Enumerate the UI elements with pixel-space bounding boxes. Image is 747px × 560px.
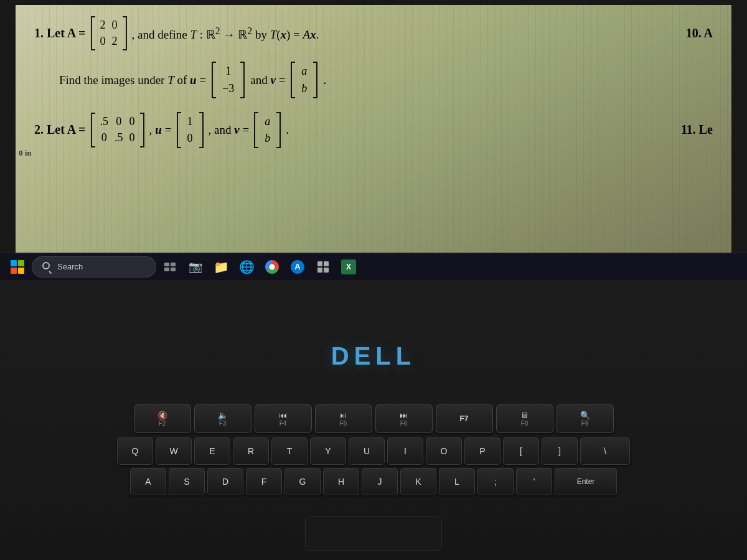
f3-label: F3 xyxy=(219,420,227,427)
taskview-button[interactable] xyxy=(158,255,182,279)
f5-key[interactable]: ⏯ F5 xyxy=(315,404,372,433)
f9-icon: 🔍 xyxy=(580,411,590,420)
f5-icon: ⏯ xyxy=(339,411,347,420)
key-d[interactable]: D xyxy=(207,468,243,495)
f6-label: F6 xyxy=(400,420,408,427)
key-a[interactable]: A xyxy=(130,468,166,495)
problem-2-label: 2. Let A = xyxy=(34,123,86,137)
f3-key[interactable]: 🔈 F3 xyxy=(194,404,251,433)
excel-icon: X xyxy=(341,259,356,274)
problem-1-label: 1. Let A = xyxy=(34,26,86,40)
f4-label: F4 xyxy=(280,420,287,427)
vector-u-p2: 1 0 xyxy=(177,112,204,148)
key-j[interactable]: J xyxy=(362,468,398,495)
accessibility-icon: A xyxy=(291,260,304,274)
problem-2: 2. Let A = .5 0 0 0 .5 0 , u xyxy=(34,112,713,148)
f7-key[interactable]: F7 xyxy=(436,404,493,433)
key-quote[interactable]: ' xyxy=(516,468,552,495)
f2-key[interactable]: 🔇 F2 xyxy=(134,404,191,433)
key-y[interactable]: Y xyxy=(310,437,346,465)
key-w[interactable]: W xyxy=(156,437,192,465)
problem-1-text: , and define T : ℝ2 → ℝ2 by T(x) = Ax. xyxy=(132,26,319,42)
key-f[interactable]: F xyxy=(246,468,282,495)
key-k[interactable]: K xyxy=(400,468,436,495)
key-i[interactable]: I xyxy=(387,437,423,465)
key-bracket-l[interactable]: [ xyxy=(503,437,539,465)
apps-button[interactable] xyxy=(311,255,335,279)
problem-2-side-number: 11. Le xyxy=(681,123,713,137)
taskbar: Search 📷 📁 🌐 A xyxy=(0,253,747,280)
file-explorer-button[interactable]: 📁 xyxy=(209,255,233,279)
ruler-label: 0 in xyxy=(19,148,32,158)
f4-key[interactable]: ⏮ F4 xyxy=(255,404,312,433)
key-q[interactable]: Q xyxy=(117,437,153,465)
camera-button[interactable]: 📷 xyxy=(184,255,207,279)
key-t[interactable]: T xyxy=(271,437,308,465)
key-s[interactable]: S xyxy=(169,468,205,495)
chrome-button[interactable] xyxy=(260,255,284,279)
f6-key[interactable]: ⏭ F6 xyxy=(375,404,433,433)
find-text: Find the images under T of u = xyxy=(59,73,206,87)
edge-icon: 🌐 xyxy=(239,259,255,274)
key-l[interactable]: L xyxy=(439,468,475,495)
f5-label: F5 xyxy=(340,420,347,427)
matrix-a-p2: .5 0 0 0 .5 0 xyxy=(91,113,144,147)
key-p[interactable]: P xyxy=(464,437,500,465)
and-text: and v = xyxy=(250,73,285,87)
key-g[interactable]: G xyxy=(284,468,321,495)
file-explorer-icon: 📁 xyxy=(214,259,229,274)
camera-icon: 📷 xyxy=(189,260,202,274)
p2-comma: , xyxy=(149,123,153,137)
windows-button[interactable] xyxy=(5,255,30,279)
key-bracket-r[interactable]: ] xyxy=(542,437,578,465)
search-icon xyxy=(42,262,52,272)
f3-icon: 🔈 xyxy=(218,411,228,420)
key-r[interactable]: R xyxy=(233,437,269,465)
key-semi[interactable]: ; xyxy=(477,468,514,495)
f9-label: F9 xyxy=(581,420,589,427)
main-key-row: Q W E R T Y U I O P [ ] \ xyxy=(37,437,710,465)
f8-key[interactable]: 🖥 F8 xyxy=(496,404,553,433)
windows-icon xyxy=(11,260,24,274)
edge-button[interactable]: 🌐 xyxy=(235,255,258,279)
vector-u: 1 −3 xyxy=(212,62,245,98)
problem-1: 1. Let A = 2 0 0 2 , and define T : ℝ2 →… xyxy=(34,16,713,50)
keyboard: 🔇 F2 🔈 F3 ⏮ F4 ⏯ F5 ⏭ F6 F7 xyxy=(37,404,710,495)
chrome-icon xyxy=(265,260,279,274)
bottom-key-row: A S D F G H J K L ; ' Enter xyxy=(37,468,710,495)
key-enter[interactable]: Enter xyxy=(555,468,617,495)
key-backslash[interactable]: \ xyxy=(580,437,630,465)
vector-v-p1: a b xyxy=(291,62,317,98)
key-o[interactable]: O xyxy=(426,437,462,465)
apps-icon xyxy=(317,261,329,273)
trackpad[interactable] xyxy=(305,516,442,551)
f8-icon: 🖥 xyxy=(520,411,529,420)
math-content: 1. Let A = 2 0 0 2 , and define T : ℝ2 →… xyxy=(16,5,731,159)
key-e[interactable]: E xyxy=(194,437,230,465)
f9-key[interactable]: 🔍 F9 xyxy=(557,404,614,433)
screen-outer: 1. Let A = 2 0 0 2 , and define T : ℝ2 →… xyxy=(0,0,747,261)
laptop-chassis: DELL 🔇 F2 🔈 F3 ⏮ F4 ⏯ F5 ⏭ F6 xyxy=(0,280,747,560)
vector-v-p2: a b xyxy=(254,112,281,148)
key-h[interactable]: H xyxy=(323,468,359,495)
matrix-a-p1: 2 0 0 2 xyxy=(91,16,127,50)
dell-logo: DELL xyxy=(331,342,416,370)
excel-button[interactable]: X xyxy=(337,255,360,279)
p2-u-label: u xyxy=(155,123,162,137)
key-u[interactable]: U xyxy=(349,437,385,465)
f2-label: F2 xyxy=(159,420,166,427)
problem-1-side-number: 10. A xyxy=(686,26,713,40)
f7-label: F7 xyxy=(459,414,468,423)
search-text: Search xyxy=(57,262,83,271)
accessibility-button[interactable]: A xyxy=(286,255,309,279)
f6-icon: ⏭ xyxy=(400,411,408,420)
search-bar[interactable]: Search xyxy=(32,256,156,278)
f8-label: F8 xyxy=(521,420,529,427)
taskview-icon xyxy=(164,263,176,271)
f4-icon: ⏮ xyxy=(279,411,287,420)
screen-display: 1. Let A = 2 0 0 2 , and define T : ℝ2 →… xyxy=(16,5,731,254)
f2-icon: 🔇 xyxy=(157,411,167,420)
fkey-row: 🔇 F2 🔈 F3 ⏮ F4 ⏯ F5 ⏭ F6 F7 xyxy=(37,404,710,433)
find-images-row: Find the images under T of u = 1 −3 and … xyxy=(59,62,713,98)
